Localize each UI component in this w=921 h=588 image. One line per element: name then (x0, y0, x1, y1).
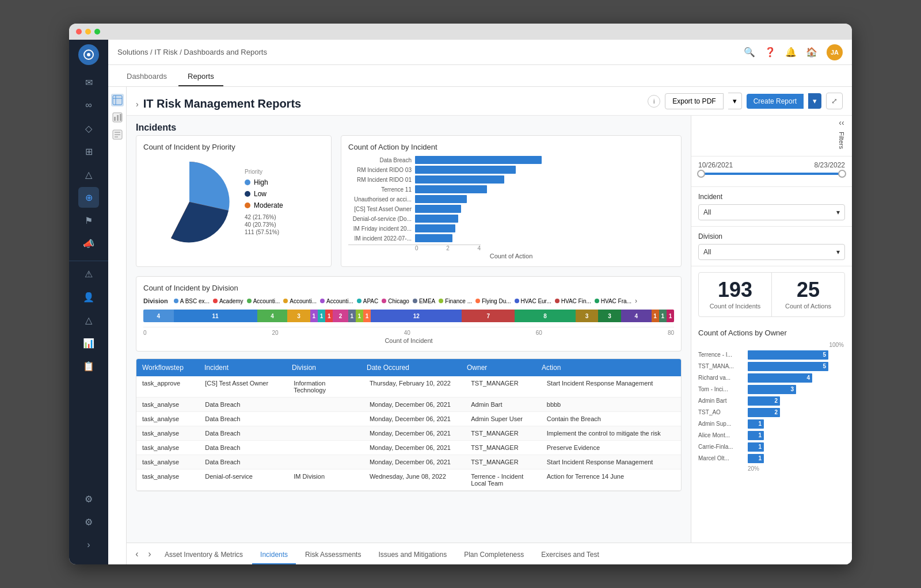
cell-division: IM Division (288, 469, 364, 490)
sidebar-item-megaphone[interactable]: 📣 (78, 233, 99, 254)
btab-incidents[interactable]: Incidents (252, 546, 296, 564)
notification-icon[interactable]: 🔔 (785, 47, 797, 58)
incidents-label: Count of Incidents (706, 303, 764, 310)
cell-division (288, 455, 364, 469)
stacked-bar-chart: 4 11 4 3 1 1 1 2 1 1 (143, 310, 674, 322)
close-button[interactable] (76, 29, 82, 35)
bar-chart-card: Count of Action by Incident Data Breach (341, 135, 682, 267)
create-report-button[interactable]: Create Report (747, 94, 804, 109)
sidebar-item-globe[interactable]: ⊕ (78, 187, 99, 208)
user-avatar[interactable]: JA (827, 44, 843, 60)
col-workflowstep: Workflowstep (136, 359, 199, 376)
incident-filter-label: Incident (698, 193, 845, 201)
division-filter-select[interactable]: All ▾ (698, 244, 845, 260)
date-range-slider[interactable] (698, 173, 845, 182)
stats-row: 193 Count of Incidents 25 Count of Actio… (698, 272, 845, 317)
cell-workflowstep: task_approve (136, 376, 199, 397)
sidebar-item-rocket[interactable]: ⚑ (78, 210, 99, 231)
search-icon[interactable]: 🔍 (744, 47, 755, 58)
export-pdf-button[interactable]: Export to PDF (665, 93, 723, 109)
col-owner: Owner (461, 359, 536, 376)
sidebar-item-infinity[interactable]: ∞ (78, 95, 99, 116)
cell-incident: [CS] Test Asset Owner (199, 376, 288, 397)
btab-asset-inventory[interactable]: Asset Inventory & Metrics (157, 546, 251, 564)
cell-incident: Data Breach (199, 398, 288, 411)
svg-rect-7 (117, 115, 119, 121)
division-chart-card: Count of Incident by Division Division A… (136, 276, 682, 352)
logo-icon[interactable] (78, 44, 99, 65)
col-division: Division (286, 359, 361, 376)
table-row[interactable]: task_analyse Data Breach Monday, Decembe… (136, 441, 681, 455)
sidebar-item-chart[interactable]: 📊 (78, 333, 99, 353)
right-panel: ‹‹ Filters 10/26/2021 8/23/2022 (691, 116, 852, 543)
sidebar-item-warning2[interactable]: ⚠ (78, 264, 99, 284)
help-icon[interactable]: ❓ (764, 47, 776, 58)
btab-issues-mitigations[interactable]: Issues and Mitigations (370, 546, 455, 564)
cell-incident: Data Breach (199, 426, 288, 440)
btab-plan-completeness[interactable]: Plan Completeness (456, 546, 532, 564)
incident-filter-select[interactable]: All ▾ (698, 204, 845, 220)
maximize-button[interactable] (94, 29, 100, 35)
report-icon-list[interactable] (111, 128, 124, 141)
table-row[interactable]: task_approve [CS] Test Asset Owner Infor… (136, 376, 681, 398)
charts-area: Incidents Count of Incident by Priority (127, 116, 691, 543)
report-icon-chart[interactable] (111, 111, 124, 124)
cell-division (288, 426, 364, 440)
sidebar-item-diamond[interactable]: ◇ (78, 118, 99, 139)
btab-next[interactable]: › (144, 548, 155, 560)
incident-table: Workflowstep Incident Division Date Occu… (136, 358, 682, 491)
cell-division: Information Technology (288, 376, 364, 397)
tab-dashboards[interactable]: Dashboards (117, 67, 176, 86)
sidebar-item-report[interactable]: 📋 (78, 356, 99, 376)
info-icon[interactable]: i (648, 95, 660, 108)
owner-axis-top: 100% (829, 342, 844, 348)
svg-rect-2 (113, 96, 122, 105)
sidebar-item-settings1[interactable]: ⚙ (78, 488, 99, 509)
minimize-button[interactable] (85, 29, 91, 35)
table-row[interactable]: task_analyse Data Breach Monday, Decembe… (136, 398, 681, 412)
fullscreen-button[interactable]: ⤢ (826, 93, 843, 109)
btab-risk-assessments[interactable]: Risk Assessments (297, 546, 369, 564)
sidebar-item-pin[interactable]: ⊞ (78, 141, 99, 162)
table-row[interactable]: task_analyse Denial-of-service IM Divisi… (136, 469, 681, 491)
svg-point-1 (87, 53, 90, 56)
home-icon[interactable]: 🏠 (806, 47, 817, 58)
tab-reports[interactable]: Reports (178, 67, 223, 86)
btab-exercises[interactable]: Exercises and Test (533, 546, 607, 564)
sidebar-item-warning[interactable]: △ (78, 164, 99, 185)
expand-icon[interactable]: › (136, 100, 139, 109)
cell-owner: Admin Bart (465, 398, 541, 411)
sidebar-item-person[interactable]: 👤 (78, 287, 99, 307)
division-axis: 020406080 (143, 327, 674, 336)
incidents-stat-box: 193 Count of Incidents (699, 273, 772, 316)
sidebar-item-settings2[interactable]: ⚙ (78, 511, 99, 532)
owner-bar-row-6: TST_AO 2 (698, 408, 845, 417)
export-caret-button[interactable]: ▾ (728, 93, 742, 109)
filters-label[interactable]: Filters (836, 127, 847, 154)
table-row[interactable]: task_analyse Data Breach Monday, Decembe… (136, 412, 681, 426)
page-header: › IT Risk Management Reports i Export to… (127, 87, 852, 116)
bar-row-8: IM Friday incident 20... (348, 224, 674, 232)
collapse-panel-button[interactable]: ‹‹ Filters (836, 118, 847, 154)
create-report-caret-button[interactable]: ▾ (808, 93, 821, 109)
cell-owner: TST_MANAGER (465, 376, 541, 397)
table-row[interactable]: task_analyse Data Breach Monday, Decembe… (136, 426, 681, 441)
actions-label: Count of Actions (779, 303, 838, 310)
bar-row-2: RM Incident RIDO 03 (348, 166, 674, 174)
sidebar-item-expand[interactable]: › (78, 534, 99, 555)
bar-row-9: IM incident 2022-07-... (348, 234, 674, 242)
sidebar-item-mail[interactable]: ✉ (78, 72, 99, 93)
bar-row-4: Terrence 11 (348, 185, 674, 193)
breadcrumb: Solutions / IT Risk / Dashboards and Rep… (117, 48, 267, 56)
division-legend: Division A BSC ex... Academy Accounti...… (143, 297, 674, 305)
sidebar-item-warning3[interactable]: △ (78, 310, 99, 330)
cell-action: Contain the Breach (541, 412, 681, 426)
cell-date: Monday, December 06, 2021 (364, 441, 465, 455)
cell-owner: Terrence - Incident Local Team (465, 469, 541, 490)
sub-navigation: Dashboards Reports (108, 65, 852, 87)
table-row[interactable]: task_analyse Data Breach Monday, Decembe… (136, 455, 681, 469)
btab-prev[interactable]: ‹ (131, 548, 143, 560)
cell-date: Monday, December 06, 2021 (364, 455, 465, 469)
col-incident: Incident (199, 359, 286, 376)
report-icon-table[interactable] (111, 94, 124, 106)
